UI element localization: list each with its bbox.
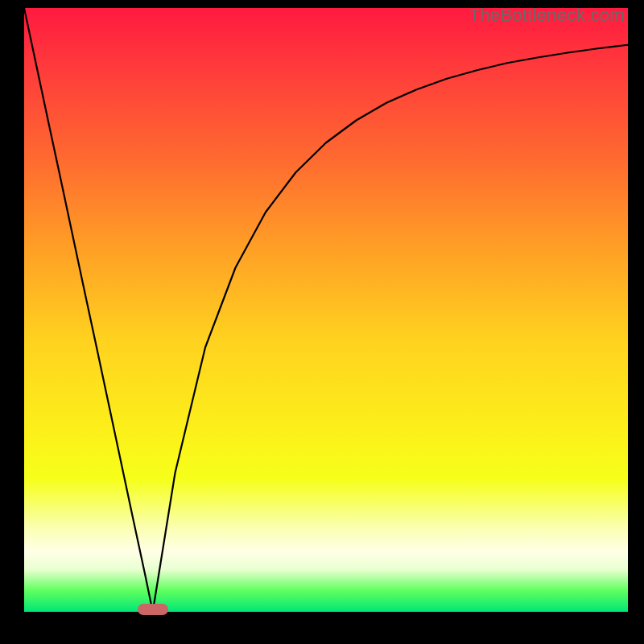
plot-area (24, 8, 628, 612)
curve-layer (24, 8, 628, 612)
watermark-text: TheBottleneck.com (469, 5, 625, 26)
chart-stage: { "watermark": "TheBottleneck.com", "mar… (0, 0, 644, 644)
bottleneck-curve (24, 8, 628, 612)
minimum-marker (138, 604, 168, 615)
